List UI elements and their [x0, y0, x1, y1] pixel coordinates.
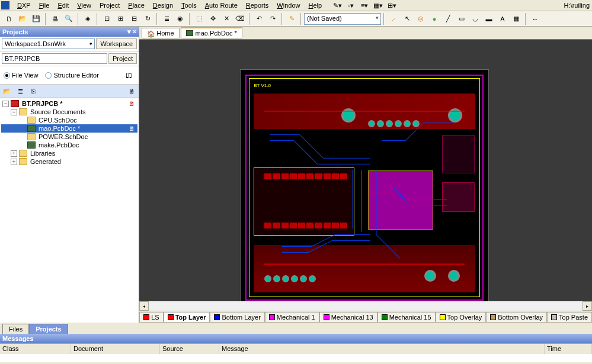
projects-panel-title: Projects ▾ × [0, 27, 139, 37]
btab-files[interactable]: Files [2, 324, 29, 334]
tree-generated[interactable]: +Generated [1, 157, 137, 166]
project-button[interactable]: Project [108, 53, 137, 64]
layer-swatch-icon [440, 314, 446, 320]
filter-dropdown-icon[interactable]: ✎▾ [331, 0, 344, 12]
layer-tab-top-paste[interactable]: Top Paste [547, 312, 592, 323]
col-document[interactable]: Document [71, 344, 160, 354]
menu-edit[interactable]: Edit [53, 1, 73, 10]
layer-tab-ls[interactable]: LS [139, 312, 163, 323]
tree-diff-icon[interactable]: ⎘ [27, 86, 39, 96]
col-message[interactable]: Message [219, 344, 545, 354]
layer-tab-mechanical-1[interactable]: Mechanical 1 [265, 312, 319, 323]
highlight-icon[interactable]: ✎ [285, 12, 298, 25]
layer-tab-mechanical-15[interactable]: Mechanical 15 [377, 312, 436, 323]
messages-body[interactable] [0, 354, 592, 362]
polygon-icon[interactable]: ▭ [455, 12, 468, 25]
new-file-icon[interactable]: 🗋 [2, 12, 15, 25]
tree-libraries[interactable]: +Libraries [1, 149, 137, 157]
zoom-area-icon[interactable]: ⊞ [114, 12, 127, 25]
compile-icon[interactable]: ◈ [81, 12, 94, 25]
panel-menu-icon[interactable]: ▾ × [127, 28, 136, 36]
project-name-field[interactable]: BT.PRJPCB [2, 53, 107, 64]
select-icon[interactable]: ⬚ [193, 12, 206, 25]
menu-window[interactable]: Window [273, 1, 304, 10]
view-dropdown-icon[interactable]: ⊞▾ [385, 0, 398, 12]
layer-tab-bottom-overlay[interactable]: Bottom Overlay [486, 312, 547, 323]
menu-place[interactable]: Place [124, 1, 149, 10]
menu-file[interactable]: File [35, 1, 54, 10]
pad-icon[interactable]: ● [428, 12, 441, 25]
fill-icon[interactable]: ▬ [482, 12, 495, 25]
tree-item-power-sch[interactable]: POWER.SchDoc [1, 133, 137, 141]
layer-swatch-icon [269, 314, 275, 320]
arc-icon[interactable]: ◡ [469, 12, 482, 25]
tree-doc-icon[interactable]: 🗎 [126, 86, 137, 96]
line-icon[interactable]: ╱ [441, 12, 455, 25]
via-icon[interactable]: ◎ [414, 12, 427, 25]
clear-icon[interactable]: ⌫ [233, 12, 247, 25]
layers-icon[interactable]: ≣ [160, 12, 173, 25]
menu-project[interactable]: Project [95, 1, 124, 10]
app-logo-icon [1, 1, 9, 9]
tree-item-mao-pcb[interactable]: mao.PcbDoc * 🗎 [1, 124, 137, 133]
menu-view[interactable]: View [73, 1, 95, 10]
btab-projects[interactable]: Projects [29, 324, 68, 334]
tree-source-docs[interactable]: −Source Documents [1, 108, 137, 116]
tree-item-cpu-sch[interactable]: CPU.SchDoc [1, 116, 137, 124]
tab-mao-pcbdoc[interactable]: mao.PcbDoc * [181, 27, 242, 38]
layer-tab-bottom-layer[interactable]: Bottom Layer [210, 312, 264, 323]
horizontal-scrollbar[interactable]: ◂ ▸ [139, 301, 592, 311]
redo-icon[interactable]: ↷ [266, 12, 279, 25]
preview-icon[interactable]: 🔍 [62, 12, 75, 25]
workspace-button[interactable]: Workspace [96, 38, 137, 49]
layer-tab-top-overlay[interactable]: Top Overlay [436, 312, 487, 323]
menu-autoroute[interactable]: Auto Route [201, 1, 242, 10]
move-icon[interactable]: ✥ [206, 12, 219, 25]
menu-design[interactable]: Design [149, 1, 177, 10]
scroll-left-icon[interactable]: ◂ [139, 301, 149, 311]
print-icon[interactable]: 🖶 [49, 12, 62, 25]
document-tabs: 🏠 Home mao.PcbDoc * [139, 27, 592, 40]
col-source[interactable]: Source [160, 344, 219, 354]
pcb-canvas[interactable]: BT V1.0 [139, 40, 592, 301]
cursor-icon[interactable]: ↖ [401, 12, 414, 25]
structure-editor-radio[interactable]: Structure Editor [45, 72, 98, 79]
tree-item-make-pcb[interactable]: make.PcbDoc [1, 141, 137, 149]
save-icon[interactable]: 💾 [30, 12, 43, 25]
zoom-fit-icon[interactable]: ⊡ [100, 12, 113, 25]
scroll-right-icon[interactable]: ▸ [583, 301, 592, 311]
zoom-select-icon[interactable]: ⊟ [127, 12, 140, 25]
3d-icon[interactable]: ◉ [174, 12, 187, 25]
dimension-icon[interactable]: ↔ [529, 12, 542, 25]
undo-icon[interactable]: ↶ [252, 12, 265, 25]
grid-dropdown-icon[interactable]: ▦▾ [372, 0, 385, 12]
layer-tab-label: Mechanical 15 [389, 314, 431, 321]
workspace-combo[interactable]: Workspace1.DsnWrk [2, 38, 95, 49]
filter-combo[interactable]: (Not Saved) [304, 13, 381, 25]
file-view-radio[interactable]: File View [4, 72, 38, 79]
text-icon[interactable]: A [496, 12, 509, 25]
panel-settings-icon[interactable]: 🕮 [122, 69, 135, 82]
layer-tab-top-layer[interactable]: Top Layer [164, 312, 210, 323]
menu-help[interactable]: Help [304, 1, 326, 10]
deselect-icon[interactable]: ✕ [220, 12, 233, 25]
project-tree[interactable]: −BT.PRJPCB * 🗎 −Source Documents CPU.Sch… [0, 98, 139, 323]
tree-list-icon[interactable]: ≣ [14, 86, 26, 96]
tree-root[interactable]: −BT.PRJPCB * 🗎 [1, 99, 137, 108]
snap-dropdown-icon[interactable]: ▫▾ [344, 0, 357, 12]
col-class[interactable]: Class [0, 344, 71, 354]
refresh-icon[interactable]: ↻ [141, 12, 154, 25]
layer-dropdown-icon[interactable]: ≡▾ [358, 0, 371, 12]
menu-tools[interactable]: Tools [177, 1, 201, 10]
menu-dxp[interactable]: DXP [13, 1, 35, 10]
component-icon[interactable]: ▦ [510, 12, 523, 25]
layer-tab-label: Bottom Overlay [498, 314, 543, 321]
tab-home[interactable]: 🏠 Home [142, 28, 179, 38]
menu-reports[interactable]: Reports [242, 1, 273, 10]
open-file-icon[interactable]: 📂 [16, 12, 29, 25]
col-time[interactable]: Time [545, 344, 592, 354]
tree-open-icon[interactable]: 📂 [1, 86, 13, 96]
pcb-board[interactable]: BT V1.0 [240, 69, 489, 301]
layer-tab-mechanical-13[interactable]: Mechanical 13 [319, 312, 377, 323]
route-icon[interactable]: ⟋ [387, 12, 400, 25]
